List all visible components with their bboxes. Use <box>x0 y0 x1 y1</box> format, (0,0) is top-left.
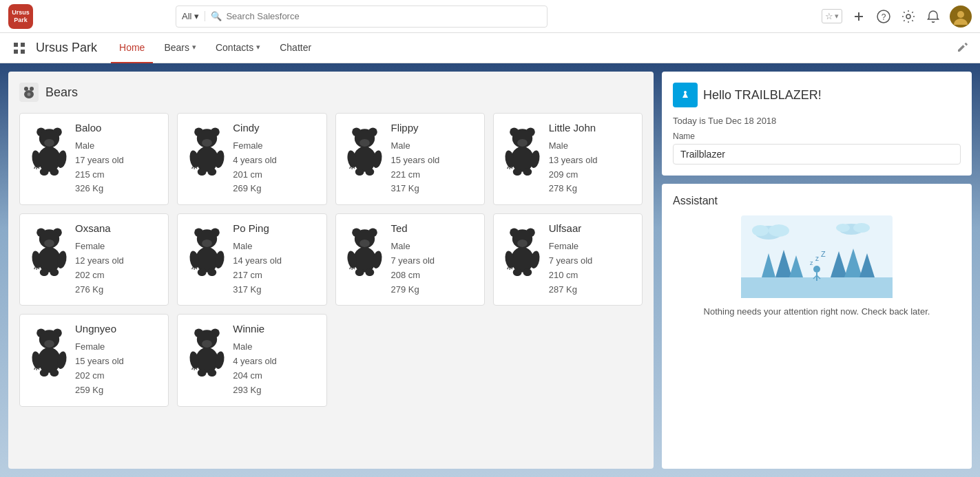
svg-point-139 <box>752 225 769 236</box>
bear-silhouette <box>344 122 386 177</box>
svg-point-118 <box>50 369 59 377</box>
bear-details: Female 4 years old 201 cm 269 Kg <box>233 139 317 196</box>
svg-point-130 <box>207 369 216 377</box>
svg-point-65 <box>44 240 54 247</box>
bear-details: Male 4 years old 204 cm 293 Kg <box>233 340 317 397</box>
svg-line-119 <box>34 368 35 370</box>
tab-contacts[interactable]: Contacts ▾ <box>207 33 269 63</box>
bear-info: Baloo Male 17 years old 215 cm 326 Kg <box>75 122 160 196</box>
svg-point-41 <box>359 138 370 146</box>
bear-info: Ungnyeo Female 15 years old 202 cm 259 K… <box>75 323 160 397</box>
svg-line-47 <box>350 167 351 169</box>
bear-name: Cindy <box>233 122 317 134</box>
svg-point-21 <box>39 168 48 176</box>
svg-point-18 <box>38 146 61 171</box>
grid-icon[interactable] <box>11 40 28 56</box>
tab-contacts-label: Contacts <box>216 42 253 53</box>
bear-card[interactable]: Ulfsaar Female 7 years old 210 cm 287 Kg <box>493 213 643 306</box>
bear-card[interactable]: Ted Male 7 years old 208 cm 279 Kg <box>335 213 485 306</box>
notifications-bell[interactable] <box>925 8 941 25</box>
bear-silhouette <box>186 222 227 277</box>
edit-icon[interactable] <box>957 41 969 56</box>
hello-name-input[interactable] <box>673 144 961 165</box>
svg-point-129 <box>198 369 207 377</box>
svg-point-45 <box>355 168 364 176</box>
svg-line-83 <box>191 267 193 269</box>
assistant-title: Assistant <box>673 195 961 207</box>
svg-point-113 <box>44 340 54 348</box>
svg-point-77 <box>202 240 212 247</box>
bears-panel-header: Bears <box>19 83 643 102</box>
bear-name: Little John <box>549 122 634 134</box>
svg-point-34 <box>207 168 216 176</box>
bear-name: Ulfsaar <box>549 222 634 234</box>
bear-details: Female 15 years old 202 cm 259 Kg <box>75 340 160 397</box>
bear-card[interactable]: Po Ping Male 14 years old 217 cm 317 Kg <box>177 213 326 306</box>
app-logo[interactable]: Ursus Park <box>8 4 33 29</box>
bear-card[interactable]: Cindy Female 4 years old 201 cm 269 Kg <box>177 113 326 205</box>
tab-home[interactable]: Home <box>111 33 153 63</box>
svg-line-71 <box>34 267 35 269</box>
tab-home-label: Home <box>119 42 145 53</box>
svg-rect-6 <box>14 43 18 47</box>
bears-panel: Bears Baloo Male 17 years ol <box>8 72 654 469</box>
search-input[interactable] <box>226 11 541 21</box>
hello-title: Hello TRAILBLAZER! <box>703 88 822 103</box>
tab-chatter[interactable]: Chatter <box>271 33 320 63</box>
bear-card[interactable]: Flippy Male 15 years old 221 cm 317 Kg <box>335 113 485 205</box>
svg-rect-1 <box>855 16 863 17</box>
assistant-message: Nothing needs your attention right now. … <box>673 306 961 317</box>
star-icon: ☆ <box>825 11 833 21</box>
svg-text:z: z <box>810 259 813 266</box>
svg-point-42 <box>353 146 376 171</box>
bear-card[interactable]: Winnie Male 4 years old 204 cm 293 Kg <box>177 314 326 406</box>
svg-point-89 <box>359 240 370 247</box>
bear-details: Female 12 years old 202 cm 276 Kg <box>75 240 160 297</box>
bear-info: Winnie Male 4 years old 204 cm 293 Kg <box>233 323 317 397</box>
svg-point-106 <box>523 268 532 276</box>
tab-bears-label: Bears <box>164 42 189 53</box>
search-dropdown[interactable]: All ▾ <box>182 11 205 21</box>
svg-point-142 <box>836 224 850 232</box>
svg-text:?: ? <box>882 12 886 22</box>
svg-point-10 <box>24 87 28 91</box>
svg-line-131 <box>191 368 193 370</box>
svg-point-93 <box>355 268 364 276</box>
svg-point-78 <box>196 247 218 273</box>
svg-point-102 <box>511 247 534 273</box>
add-button[interactable] <box>851 8 867 25</box>
user-avatar[interactable] <box>950 6 972 28</box>
bear-card[interactable]: Ungnyeo Female 15 years old 202 cm 259 K… <box>19 314 169 406</box>
svg-point-150 <box>813 266 820 273</box>
svg-point-141 <box>853 223 870 233</box>
svg-point-33 <box>198 168 207 176</box>
right-panel: Hello TRAILBLAZER! Today is Tue Dec 18 2… <box>662 72 972 469</box>
svg-rect-9 <box>21 50 25 54</box>
top-nav: Ursus Park All ▾ 🔍 ☆ ▾ ? <box>0 0 980 33</box>
favorites-button[interactable]: ☆ ▾ <box>822 9 842 23</box>
secondary-nav: Ursus Park Home Bears ▾ Contacts ▾ Chatt… <box>0 33 980 63</box>
bear-name: Baloo <box>75 122 160 134</box>
help-button[interactable]: ? <box>875 8 892 25</box>
bear-silhouette <box>502 222 543 277</box>
svg-rect-7 <box>21 43 25 47</box>
bear-card[interactable]: Baloo Male 17 years old 215 cm 326 Kg <box>19 113 169 205</box>
bear-name: Oxsana <box>75 222 160 234</box>
svg-point-94 <box>365 268 374 276</box>
contacts-chevron-icon: ▾ <box>256 43 260 52</box>
bear-card[interactable]: Little John Male 13 years old 209 cm 278… <box>493 113 643 205</box>
tab-bears[interactable]: Bears ▾ <box>156 33 205 63</box>
svg-point-5 <box>957 11 964 18</box>
bear-name: Flippy <box>391 122 476 134</box>
settings-button[interactable] <box>900 8 917 25</box>
app-name: Ursus Park <box>36 41 97 55</box>
bear-details: Male 15 years old 221 cm 317 Kg <box>391 139 476 196</box>
bear-silhouette <box>344 222 386 277</box>
svg-point-138 <box>769 224 789 237</box>
svg-rect-8 <box>14 50 18 54</box>
svg-point-13 <box>28 93 31 96</box>
svg-point-81 <box>198 268 207 276</box>
bear-card[interactable]: Oxsana Female 12 years old 202 cm 276 Kg <box>19 213 169 306</box>
bear-details: Female 7 years old 210 cm 287 Kg <box>549 240 634 297</box>
svg-point-57 <box>513 168 522 176</box>
